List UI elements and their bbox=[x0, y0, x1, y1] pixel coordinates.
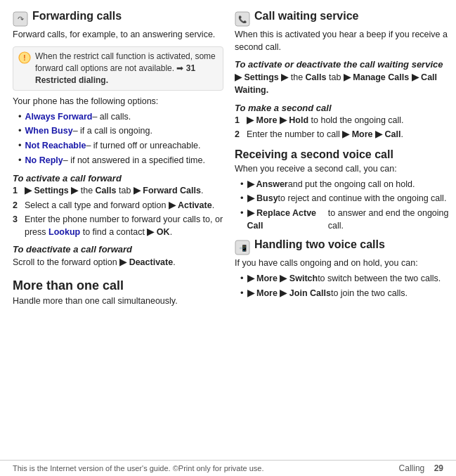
handling-calls-title: Handling two voice calls bbox=[254, 238, 385, 251]
step-item: 1 ▶ More ▶ Hold to hold the ongoing call… bbox=[235, 115, 456, 127]
list-item: ▶ Answer and put the ongoing call on hol… bbox=[240, 178, 456, 191]
deactivate-body: Scroll to the forward option ▶ Deactivat… bbox=[13, 256, 223, 269]
footer: This is the Internet version of the user… bbox=[0, 460, 456, 476]
call-waiting-title: Call waiting service bbox=[254, 10, 359, 22]
footer-section-label: Calling bbox=[399, 463, 425, 473]
deactivate-title: To deactivate a call forward bbox=[13, 244, 223, 255]
footer-page-number: 29 bbox=[434, 463, 443, 473]
hint-text: When the restrict call function is activ… bbox=[35, 51, 218, 86]
receiving-body: When you receive a second call, you can: bbox=[235, 162, 456, 175]
footer-copyright: This is the Internet version of the user… bbox=[13, 464, 264, 472]
list-item: When Busy – if a call is ongoing. bbox=[18, 124, 223, 138]
svg-text:!: ! bbox=[23, 54, 25, 62]
list-item: ▶ More ▶ Join Calls to join the two call… bbox=[240, 287, 456, 300]
page: ↷ Forwarding calls Forward calls, for ex… bbox=[0, 0, 456, 476]
more-than-one-call-title: More than one call bbox=[13, 278, 223, 293]
handling-calls-icon: 📲 bbox=[235, 240, 250, 255]
hint-box: ! When the restrict call function is act… bbox=[13, 46, 223, 90]
list-item: Not Reachable – if turned off or unreach… bbox=[18, 139, 223, 153]
step-item: 2 Enter the number to call ▶ More ▶ Call… bbox=[235, 129, 456, 141]
list-item: ▶ Replace Actve Call to answer and end t… bbox=[240, 207, 456, 232]
options-intro: Your phone has the following options: bbox=[13, 95, 223, 108]
handling-calls-list: ▶ More ▶ Switch to switch between the tw… bbox=[240, 272, 456, 300]
activate-waiting-title: To activate or deactivate the call waiti… bbox=[235, 59, 456, 70]
step-item: 2 Select a call type and forward option … bbox=[13, 200, 223, 212]
activate-steps: 1 ▶ Settings ▶ the Calls tab ▶ Forward C… bbox=[13, 185, 223, 238]
svg-text:📞: 📞 bbox=[238, 15, 247, 24]
activate-title: To activate a call forward bbox=[13, 173, 223, 184]
forwarding-title: Forwarding calls bbox=[32, 10, 122, 22]
list-item: ▶ Busy to reject and continue with the o… bbox=[240, 192, 456, 205]
handling-calls-header: 📲 Handling two voice calls bbox=[235, 238, 456, 255]
call-waiting-icon: 📞 bbox=[235, 11, 250, 27]
second-call-title: To make a second call bbox=[235, 103, 456, 113]
more-than-one-call-body: Handle more than one call simultaneously… bbox=[13, 295, 223, 307]
receiving-title: Receiving a second voice call bbox=[235, 148, 456, 161]
right-column: 📞 Call waiting service When this is acti… bbox=[230, 10, 456, 470]
forward-options-list: Always Forward – all calls. When Busy – … bbox=[18, 110, 223, 167]
list-item: No Reply – if not answered in a specifie… bbox=[18, 154, 223, 167]
list-item: Always Forward – all calls. bbox=[18, 110, 223, 124]
forwarding-body: Forward calls, for example, to an answer… bbox=[13, 28, 223, 41]
second-call-steps: 1 ▶ More ▶ Hold to hold the ongoing call… bbox=[235, 115, 456, 141]
footer-page-info: Calling 29 bbox=[392, 463, 443, 473]
list-item: ▶ More ▶ Switch to switch between the tw… bbox=[240, 272, 456, 285]
step-item: 1 ▶ Settings ▶ the Calls tab ▶ Forward C… bbox=[13, 185, 223, 198]
svg-text:📲: 📲 bbox=[239, 244, 247, 252]
hint-icon: ! bbox=[18, 51, 31, 64]
forwarding-icon: ↷ bbox=[13, 11, 28, 27]
receiving-options-list: ▶ Answer and put the ongoing call on hol… bbox=[240, 178, 456, 233]
step-item: 3 Enter the phone number to forward your… bbox=[13, 214, 223, 238]
call-waiting-body: When this is activated you hear a beep i… bbox=[235, 28, 456, 53]
svg-text:↷: ↷ bbox=[18, 15, 24, 23]
activate-waiting-step: ▶ Settings ▶ the Calls tab ▶ Manage Call… bbox=[235, 71, 456, 96]
call-waiting-header: 📞 Call waiting service bbox=[235, 10, 456, 27]
forwarding-calls-header: ↷ Forwarding calls bbox=[13, 10, 223, 27]
handling-calls-body: If you have calls ongoing and on hold, y… bbox=[235, 257, 456, 269]
left-column: ↷ Forwarding calls Forward calls, for ex… bbox=[13, 10, 230, 470]
